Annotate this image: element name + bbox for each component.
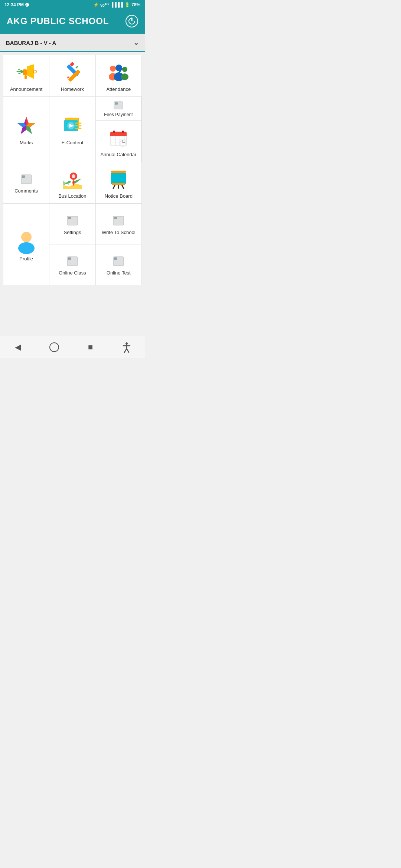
annual-calendar-icon [109, 128, 128, 147]
battery-percent: 78% [131, 2, 140, 7]
annual-calendar-icon-wrap [107, 126, 130, 149]
status-bar: 12:34 PM 🅐 ⚡ Vo4G ▐▐▐▐ 🔋 78% [0, 0, 145, 10]
announcement-item[interactable]: Announcement [3, 55, 49, 97]
online-class-icon [66, 256, 78, 266]
svg-rect-36 [110, 135, 127, 136]
network-icon: Vo4G [100, 2, 109, 7]
attendance-item[interactable]: Attendance [96, 55, 142, 97]
svg-point-63 [21, 232, 32, 242]
svg-marker-23 [21, 126, 26, 134]
online-class-label: Online Class [59, 270, 86, 276]
spacer [0, 288, 145, 333]
svg-line-5 [19, 69, 22, 71]
fees-payment-icon-wrap [113, 100, 124, 111]
fees-payment-item[interactable]: Fees Payment [96, 97, 141, 121]
time: 12:34 PM [4, 2, 24, 7]
power-button[interactable] [125, 15, 138, 27]
location-icon: 🅐 [25, 3, 29, 7]
svg-rect-72 [114, 257, 117, 260]
svg-line-78 [127, 349, 129, 352]
write-to-school-item[interactable]: Write To School [96, 204, 142, 244]
notice-board-item[interactable]: Notice Board [96, 162, 142, 204]
svg-marker-8 [67, 76, 69, 79]
profile-icon-wrap [14, 228, 39, 253]
bus-location-label: Bus Location [58, 193, 86, 199]
svg-rect-33 [115, 102, 118, 105]
econtent-item[interactable]: E-Content [49, 97, 95, 162]
svg-marker-11 [75, 66, 78, 69]
svg-point-64 [18, 242, 35, 254]
back-button[interactable]: ◀ [11, 340, 26, 355]
settings-item[interactable]: Settings [49, 204, 95, 244]
svg-rect-58 [111, 173, 126, 184]
user-bar[interactable]: BABURAJ B - V - A ⌄ [0, 34, 145, 52]
svg-rect-70 [68, 257, 71, 260]
svg-rect-51 [22, 175, 25, 178]
status-left: 12:34 PM 🅐 [4, 2, 29, 7]
bus-location-icon-wrap [61, 168, 84, 190]
bottom-nav: ◀ ■ [0, 336, 145, 358]
econtent-icon [62, 116, 83, 136]
svg-marker-53 [63, 184, 82, 189]
annual-calendar-label: Annual Calendar [100, 152, 136, 157]
app-title: AKG PUBLIC SCHOOL [7, 16, 109, 26]
status-right: ⚡ Vo4G ▐▐▐▐ 🔋 78% [93, 2, 140, 7]
svg-marker-22 [26, 126, 32, 134]
write-to-school-icon-wrap [112, 215, 125, 227]
announcement-label: Announcement [10, 86, 42, 92]
comments-icon-wrap [20, 173, 33, 185]
comments-label: Comments [14, 188, 38, 194]
online-class-icon-wrap [66, 255, 79, 267]
svg-point-37 [113, 131, 115, 133]
marks-icon [16, 115, 37, 136]
bluetooth-icon: ⚡ [93, 2, 99, 7]
online-class-item[interactable]: Online Class [49, 244, 95, 285]
notice-board-icon [108, 169, 129, 189]
svg-line-77 [124, 349, 127, 352]
accessibility-icon [122, 342, 131, 352]
svg-line-6 [19, 72, 22, 74]
home-circle-icon [49, 342, 59, 352]
online-test-item[interactable]: Online Test [96, 244, 142, 285]
svg-rect-0 [23, 69, 27, 75]
megaphone-icon [16, 63, 37, 82]
attendance-icon [108, 63, 129, 82]
homework-label: Homework [61, 86, 84, 92]
svg-point-18 [121, 73, 128, 80]
econtent-label: E-Content [62, 140, 84, 145]
main-grid-container: Announcement Homework [3, 55, 142, 285]
attendance-label: Attendance [106, 86, 131, 92]
comments-icon [20, 174, 32, 184]
user-name: BABURAJ B - V - A [6, 40, 56, 46]
svg-point-49 [123, 142, 123, 143]
bus-location-item[interactable]: Bus Location [49, 162, 95, 204]
profile-label: Profile [19, 256, 33, 262]
battery-icon: 🔋 [124, 2, 130, 7]
econtent-icon-wrap [61, 115, 84, 137]
marks-item[interactable]: Marks [3, 97, 49, 162]
homework-icon-wrap [61, 61, 84, 83]
recent-button[interactable]: ■ [83, 340, 98, 355]
comments-item[interactable]: Comments [3, 162, 49, 204]
profile-icon [14, 229, 38, 253]
home-button[interactable] [47, 340, 62, 355]
fees-payment-icon [113, 101, 124, 110]
write-to-school-label: Write To School [102, 230, 136, 235]
announcement-icon-wrap [15, 61, 38, 83]
accessibility-button[interactable] [119, 340, 134, 355]
online-test-icon [113, 256, 124, 266]
marks-label: Marks [20, 140, 33, 145]
homework-item[interactable]: Homework [49, 55, 95, 97]
svg-rect-66 [68, 217, 71, 219]
annual-calendar-item[interactable]: Annual Calendar [96, 121, 141, 162]
settings-label: Settings [64, 230, 81, 235]
attendance-icon-wrap [107, 61, 130, 83]
homework-icon [62, 62, 83, 83]
profile-item[interactable]: Profile [3, 204, 49, 285]
fees-payment-label: Fees Payment [104, 112, 133, 117]
marks-icon-wrap [15, 115, 38, 137]
chevron-down-icon: ⌄ [133, 39, 139, 47]
online-test-label: Online Test [107, 270, 131, 276]
bus-location-icon [62, 169, 83, 190]
svg-point-56 [72, 174, 75, 178]
